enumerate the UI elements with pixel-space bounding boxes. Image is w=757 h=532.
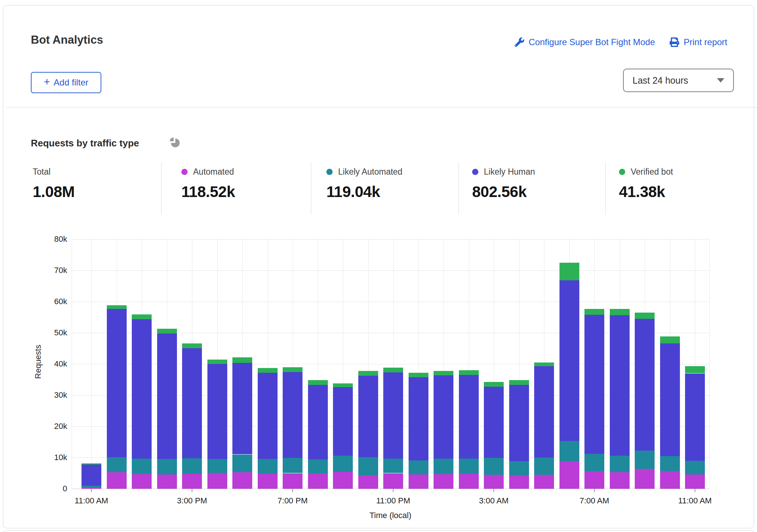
bar-segment[interactable] [258, 373, 278, 459]
bar-segment[interactable] [434, 474, 453, 489]
bar-segment[interactable] [509, 380, 529, 385]
add-filter-button[interactable]: + Add filter [31, 72, 101, 93]
bar-segment[interactable] [635, 313, 655, 319]
bar-segment[interactable] [283, 367, 303, 372]
bar-segment[interactable] [232, 363, 252, 455]
bar-segment[interactable] [283, 458, 303, 473]
bar-segment[interactable] [660, 343, 680, 456]
bar-segment[interactable] [635, 451, 655, 469]
bar-segment[interactable] [132, 314, 152, 319]
bar-segment[interactable] [685, 374, 705, 461]
bar-segment[interactable] [383, 372, 403, 459]
print-report-link[interactable]: Print report [670, 37, 727, 47]
bar-segment[interactable] [157, 459, 177, 474]
bar-segment[interactable] [232, 357, 252, 362]
bar-segment[interactable] [157, 474, 177, 489]
bar-segment[interactable] [308, 385, 328, 459]
bar-segment[interactable] [610, 456, 630, 472]
bar-segment[interactable] [409, 373, 428, 377]
bar-segment[interactable] [132, 474, 152, 489]
bar-segment[interactable] [434, 459, 453, 474]
bar-segment[interactable] [283, 473, 303, 489]
bar-segment[interactable] [459, 474, 479, 489]
bar-segment[interactable] [132, 459, 152, 474]
bar-segment[interactable] [283, 372, 303, 458]
bar-segment[interactable] [509, 385, 529, 461]
bar-segment[interactable] [358, 371, 378, 376]
bar-segment[interactable] [534, 366, 554, 458]
bar-segment[interactable] [358, 376, 378, 457]
bar-segment[interactable] [107, 305, 127, 309]
bar-segment[interactable] [559, 280, 579, 441]
bar-segment[interactable] [107, 309, 127, 457]
bar-segment[interactable] [660, 471, 680, 489]
bar-segment[interactable] [82, 463, 101, 464]
bar-segment[interactable] [157, 334, 177, 459]
bar-segment[interactable] [333, 456, 353, 472]
bar-segment[interactable] [182, 348, 202, 458]
bar-segment[interactable] [258, 368, 278, 373]
bar-segment[interactable] [107, 457, 127, 472]
bar-segment[interactable] [383, 459, 403, 473]
bar-segment[interactable] [610, 315, 630, 456]
bar-segment[interactable] [484, 458, 504, 475]
bar-segment[interactable] [685, 366, 705, 374]
bar-segment[interactable] [409, 377, 428, 460]
bar-segment[interactable] [207, 459, 227, 473]
bar-segment[interactable] [660, 456, 680, 471]
bar-segment[interactable] [610, 472, 630, 489]
bar-segment[interactable] [107, 472, 127, 489]
bar-segment[interactable] [82, 486, 101, 487]
time-range-select[interactable]: Last 24 hours [623, 69, 734, 92]
bar-segment[interactable] [434, 375, 453, 459]
bar-segment[interactable] [559, 263, 579, 280]
bar-segment[interactable] [258, 459, 278, 474]
bar-segment[interactable] [685, 474, 705, 489]
bar-segment[interactable] [484, 382, 504, 387]
bar-segment[interactable] [459, 370, 479, 375]
bar-segment[interactable] [534, 458, 554, 475]
bar-segment[interactable] [559, 441, 579, 461]
configure-super-bot-fight-mode-link[interactable]: Configure Super Bot Fight Mode [515, 37, 655, 47]
bar-segment[interactable] [610, 309, 630, 315]
bar-segment[interactable] [383, 368, 403, 372]
bar-segment[interactable] [182, 343, 202, 348]
bar-segment[interactable] [207, 364, 227, 459]
bar-segment[interactable] [534, 362, 554, 366]
bar-segment[interactable] [232, 472, 252, 489]
bar-segment[interactable] [484, 475, 504, 489]
bar-segment[interactable] [584, 471, 604, 489]
bar-segment[interactable] [409, 460, 428, 474]
bar-segment[interactable] [207, 473, 227, 489]
bar-segment[interactable] [182, 458, 202, 474]
bar-segment[interactable] [333, 383, 353, 387]
bar-segment[interactable] [409, 474, 428, 489]
bar-segment[interactable] [509, 475, 529, 489]
bar-segment[interactable] [459, 375, 479, 459]
bar-segment[interactable] [584, 315, 604, 454]
bar-segment[interactable] [459, 459, 479, 474]
bar-segment[interactable] [559, 461, 579, 489]
bar-segment[interactable] [358, 475, 378, 489]
bar-segment[interactable] [232, 455, 252, 472]
bar-segment[interactable] [509, 461, 529, 475]
bar-segment[interactable] [685, 461, 705, 474]
bar-segment[interactable] [635, 319, 655, 451]
bar-segment[interactable] [660, 336, 680, 343]
bar-segment[interactable] [635, 469, 655, 489]
bar-segment[interactable] [484, 387, 504, 458]
bar-segment[interactable] [308, 473, 328, 489]
bar-segment[interactable] [157, 329, 177, 334]
bar-segment[interactable] [132, 319, 152, 459]
bar-segment[interactable] [333, 387, 353, 456]
bar-segment[interactable] [82, 464, 101, 486]
bar-segment[interactable] [534, 475, 554, 489]
bar-segment[interactable] [584, 454, 604, 471]
bar-segment[interactable] [584, 309, 604, 315]
bar-segment[interactable] [207, 360, 227, 364]
bar-segment[interactable] [182, 474, 202, 489]
bar-segment[interactable] [333, 472, 353, 489]
bar-segment[interactable] [434, 371, 453, 375]
bar-segment[interactable] [308, 380, 328, 385]
bar-segment[interactable] [258, 474, 278, 489]
